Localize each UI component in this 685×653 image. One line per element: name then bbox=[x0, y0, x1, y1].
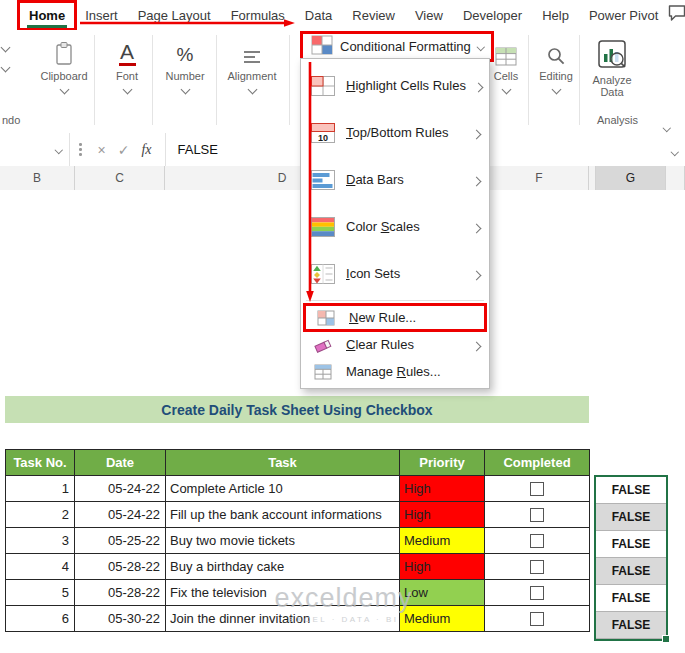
cell-priority[interactable]: High bbox=[400, 554, 485, 580]
ribbon-group-editing[interactable]: Editing bbox=[533, 38, 579, 93]
menu-item-data-bars[interactable]: Data Bars bbox=[301, 156, 489, 203]
cell-task-no[interactable]: 2 bbox=[6, 502, 75, 528]
cell-task[interactable]: Join the dinner invitation bbox=[166, 606, 400, 632]
ribbon-group-clipboard[interactable]: Clipboard bbox=[33, 38, 95, 93]
cell-task[interactable]: Buy two movie tickets bbox=[166, 528, 400, 554]
cell-completed[interactable] bbox=[485, 476, 590, 502]
column-header-f[interactable]: F bbox=[490, 166, 589, 190]
conditional-formatting-button[interactable]: Conditional Formatting bbox=[303, 34, 491, 59]
tab-review[interactable]: Review bbox=[343, 3, 404, 28]
task-checkbox[interactable] bbox=[530, 508, 544, 522]
menu-item-manage-rules[interactable]: Manage Rules... bbox=[301, 358, 489, 385]
cell-task-no[interactable]: 6 bbox=[6, 606, 75, 632]
ribbon-tab-bar: HomeInsertPage LayoutFormulasDataReviewV… bbox=[0, 0, 685, 31]
table-header-task[interactable]: Task bbox=[166, 450, 400, 476]
enter-icon[interactable]: ✓ bbox=[113, 142, 135, 158]
cell-priority[interactable]: Medium bbox=[400, 606, 485, 632]
chevron-down-icon[interactable] bbox=[2, 37, 9, 55]
cell-date[interactable]: 05-24-22 bbox=[75, 476, 166, 502]
formula-bar-expand-icon[interactable] bbox=[672, 142, 685, 157]
tab-data[interactable]: Data bbox=[296, 3, 341, 28]
cell-task-no[interactable]: 3 bbox=[6, 528, 75, 554]
tab-home[interactable]: Home bbox=[20, 3, 74, 28]
ribbon-group-alignment[interactable]: Alignment bbox=[221, 38, 283, 93]
task-checkbox[interactable] bbox=[530, 482, 544, 496]
column-header[interactable] bbox=[666, 166, 685, 190]
cell-formula-false[interactable]: FALSE bbox=[596, 477, 666, 504]
comment-icon[interactable] bbox=[667, 4, 685, 26]
cell-completed[interactable] bbox=[485, 554, 590, 580]
cell-priority[interactable]: High bbox=[400, 476, 485, 502]
menu-item-label: Icon Sets bbox=[346, 266, 400, 281]
tab-formulas[interactable]: Formulas bbox=[222, 3, 294, 28]
ribbon-group-label: Alignment bbox=[228, 70, 277, 82]
cell-priority[interactable]: Medium bbox=[400, 528, 485, 554]
ribbon-group-cells[interactable]: Cells bbox=[484, 38, 528, 93]
cell-completed[interactable] bbox=[485, 528, 590, 554]
table-header-task-no[interactable]: Task No. bbox=[6, 450, 75, 476]
cell-date[interactable]: 05-28-22 bbox=[75, 554, 166, 580]
task-table: Task No.DateTaskPriorityCompleted105-24-… bbox=[5, 449, 590, 632]
insert-function-icon[interactable]: fx bbox=[135, 142, 159, 158]
data-bars-icon bbox=[309, 169, 337, 191]
name-box[interactable] bbox=[0, 133, 70, 166]
menu-item-icon-sets[interactable]: Icon Sets bbox=[301, 250, 489, 297]
drag-handle-icon[interactable] bbox=[79, 143, 82, 156]
chevron-down-icon[interactable] bbox=[2, 57, 9, 75]
menu-item-clear-rules[interactable]: Clear Rules bbox=[301, 331, 489, 358]
column-header-c[interactable]: C bbox=[75, 166, 165, 190]
cell-date[interactable]: 05-25-22 bbox=[75, 528, 166, 554]
menu-item-color-scales[interactable]: Color Scales bbox=[301, 203, 489, 250]
cell-date[interactable]: 05-30-22 bbox=[75, 606, 166, 632]
cell-formula-false[interactable]: FALSE bbox=[596, 585, 666, 612]
cell-date[interactable]: 05-24-22 bbox=[75, 502, 166, 528]
column-header-g[interactable]: G bbox=[596, 166, 666, 190]
cell-formula-false[interactable]: FALSE bbox=[596, 612, 666, 639]
cell-formula-false[interactable]: FALSE bbox=[596, 504, 666, 531]
analyze-data-button[interactable]: Analyze Data bbox=[586, 38, 638, 98]
chevron-down-icon[interactable] bbox=[664, 116, 670, 134]
cell-task[interactable]: Complete Article 10 bbox=[166, 476, 400, 502]
cell-completed[interactable] bbox=[485, 502, 590, 528]
cell-formula-false[interactable]: FALSE bbox=[596, 558, 666, 585]
tab-developer[interactable]: Developer bbox=[454, 3, 531, 28]
menu-item-label: Manage Rules... bbox=[346, 364, 441, 379]
tab-view[interactable]: View bbox=[406, 3, 452, 28]
cell-task-no[interactable]: 5 bbox=[6, 580, 75, 606]
menu-item-top-bottom-rules[interactable]: 10Top/Bottom Rules bbox=[301, 109, 489, 156]
menu-item-highlight-cells-rules[interactable]: Highlight Cells Rules bbox=[301, 62, 489, 109]
table-header-completed[interactable]: Completed bbox=[485, 450, 590, 476]
ribbon-group-font[interactable]: A Font bbox=[99, 38, 155, 93]
ribbon-separator bbox=[289, 35, 290, 125]
cell-task[interactable]: Fix the television bbox=[166, 580, 400, 606]
tab-page-layout[interactable]: Page Layout bbox=[129, 3, 220, 28]
cell-task[interactable]: Fill up the bank account informations bbox=[166, 502, 400, 528]
task-checkbox[interactable] bbox=[530, 534, 544, 548]
cell-task-no[interactable]: 4 bbox=[6, 554, 75, 580]
cell-task[interactable]: Buy a birthday cake bbox=[166, 554, 400, 580]
fill-handle[interactable] bbox=[662, 635, 670, 643]
ribbon-group-label: Cells bbox=[494, 70, 518, 82]
cell-completed[interactable] bbox=[485, 606, 590, 632]
cell-completed[interactable] bbox=[485, 580, 590, 606]
cell-priority[interactable]: High bbox=[400, 502, 485, 528]
tab-help[interactable]: Help bbox=[533, 3, 578, 28]
table-header-date[interactable]: Date bbox=[75, 450, 166, 476]
tab-power-pivot[interactable]: Power Pivot bbox=[580, 3, 667, 28]
sheet-title-banner[interactable]: Create Daily Task Sheet Using Checkbox bbox=[5, 396, 589, 423]
cell-priority[interactable]: Low bbox=[400, 580, 485, 606]
column-header-b[interactable]: B bbox=[0, 166, 75, 190]
column-header[interactable] bbox=[589, 166, 596, 190]
tab-insert[interactable]: Insert bbox=[76, 3, 127, 28]
ribbon-group-number[interactable]: % Number bbox=[156, 38, 214, 93]
cancel-icon[interactable]: × bbox=[91, 142, 113, 158]
menu-item-new-rule[interactable]: New Rule... bbox=[304, 304, 486, 331]
task-checkbox[interactable] bbox=[530, 612, 544, 626]
task-checkbox[interactable] bbox=[530, 560, 544, 574]
task-checkbox[interactable] bbox=[530, 586, 544, 600]
submenu-arrow-icon bbox=[473, 218, 482, 236]
table-header-priority[interactable]: Priority bbox=[400, 450, 485, 476]
cell-formula-false[interactable]: FALSE bbox=[596, 531, 666, 558]
cell-date[interactable]: 05-28-22 bbox=[75, 580, 166, 606]
cell-task-no[interactable]: 1 bbox=[6, 476, 75, 502]
